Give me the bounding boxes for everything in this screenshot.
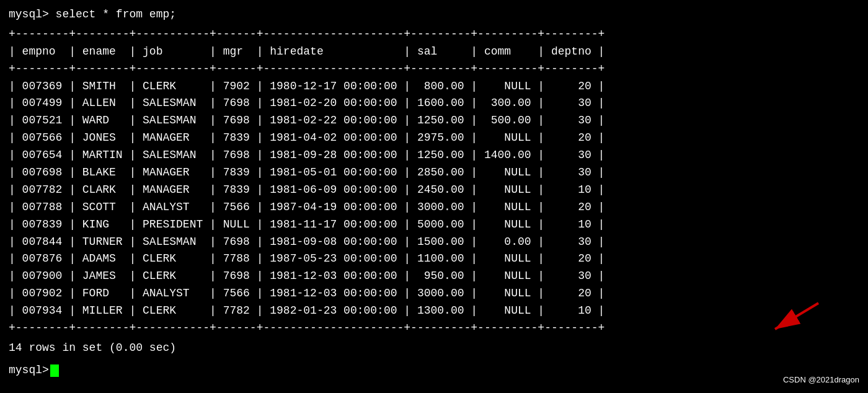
table-row: | 007934 | MILLER | CLERK | 7782 | 1982-… (9, 302, 859, 320)
prompt-text: mysql> (9, 362, 49, 379)
table-row: | 007698 | BLAKE | MANAGER | 7839 | 1981… (9, 164, 859, 182)
cursor (50, 364, 59, 377)
table-row: | 007844 | TURNER | SALESMAN | 7698 | 19… (9, 234, 859, 251)
separator-bot: +--------+--------+-----------+------+--… (9, 320, 859, 337)
table-row: | 007782 | CLARK | MANAGER | 7839 | 1981… (9, 182, 859, 199)
svg-line-1 (775, 303, 818, 329)
command-line: mysql> select * from emp; (9, 6, 859, 24)
watermark: CSDN @2021dragon (783, 375, 859, 384)
table-row: | 007788 | SCOTT | ANALYST | 7566 | 1987… (9, 199, 859, 216)
table-header: | empno | ename | job | mgr | hiredate |… (9, 43, 859, 61)
terminal-window: mysql> select * from emp; +--------+----… (0, 0, 868, 386)
table-row: | 007654 | MARTIN | SALESMAN | 7698 | 19… (9, 147, 859, 164)
arrow-annotation (756, 291, 831, 343)
table-row: | 007902 | FORD | ANALYST | 7566 | 1981-… (9, 285, 859, 302)
table-row: | 007521 | WARD | SALESMAN | 7698 | 1981… (9, 112, 859, 130)
table-row: | 007876 | ADAMS | CLERK | 7788 | 1987-0… (9, 250, 859, 268)
status-line: 14 rows in set (0.00 sec) (9, 340, 859, 357)
separator-mid: +--------+--------+-----------+------+--… (9, 61, 859, 78)
table-row: | 007499 | ALLEN | SALESMAN | 7698 | 198… (9, 95, 859, 112)
prompt-line: mysql> (9, 362, 859, 379)
separator-top: +--------+--------+-----------+------+--… (9, 26, 859, 43)
table-body: | 007369 | SMITH | CLERK | 7902 | 1980-1… (9, 78, 859, 320)
table-row: | 007369 | SMITH | CLERK | 7902 | 1980-1… (9, 78, 859, 95)
table-row: | 007566 | JONES | MANAGER | 7839 | 1981… (9, 130, 859, 147)
table-row: | 007839 | KING | PRESIDENT | NULL | 198… (9, 216, 859, 234)
red-arrow-icon (756, 291, 831, 340)
table-row: | 007900 | JAMES | CLERK | 7698 | 1981-1… (9, 268, 859, 285)
